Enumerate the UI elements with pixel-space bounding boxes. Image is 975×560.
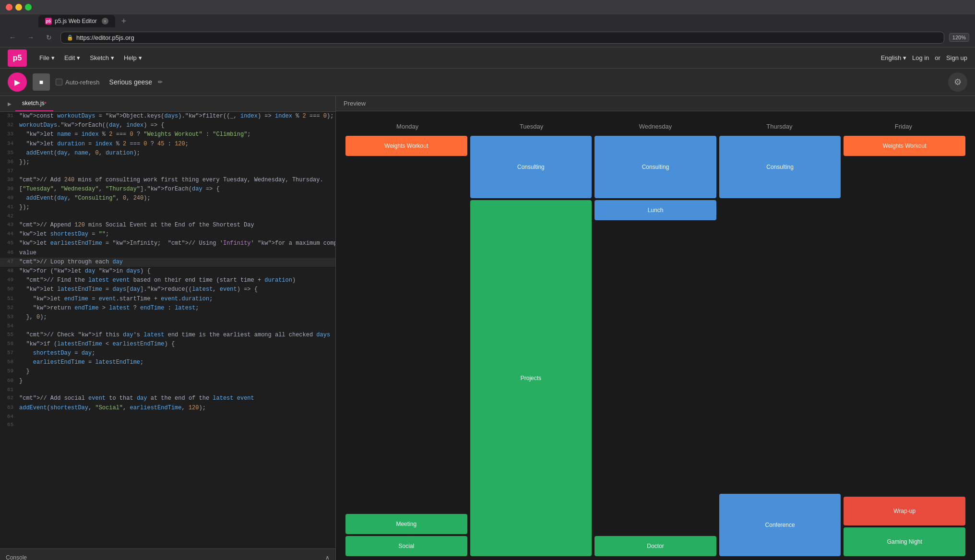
friday-column: Weights Workout Wrap-up Gaming Night: [844, 136, 965, 556]
calendar-visualization: Monday Tuesday Wednesday Thursday Friday…: [345, 121, 965, 556]
code-line-60: 60}: [0, 377, 335, 386]
close-button[interactable]: [6, 4, 12, 11]
code-line-52: 52 "kw">return endTime > latest ? endTim…: [0, 304, 335, 313]
sketch-menu[interactable]: Sketch ▾: [85, 51, 119, 64]
tab-favicon: p5: [45, 18, 52, 24]
edit-menu[interactable]: Edit ▾: [59, 51, 85, 64]
fullscreen-button[interactable]: [25, 4, 32, 11]
code-line-55: 55 "cmt">// Check "kw">if this day's lat…: [0, 331, 335, 340]
day-header-thursday: Thursday: [717, 121, 841, 132]
url-text: https://editor.p5js.org: [76, 34, 134, 41]
calendar-header: Monday Tuesday Wednesday Thursday Friday: [345, 121, 965, 132]
line-number: 38: [0, 176, 19, 185]
play-button[interactable]: ▶: [8, 72, 27, 92]
console-collapse-button[interactable]: ∧: [325, 554, 330, 560]
code-line-59: 59 }: [0, 367, 335, 376]
line-code: "kw">let shortestDay = "";: [19, 230, 335, 239]
line-code: addEvent(day, name, 0, duration);: [19, 149, 335, 158]
stop-button[interactable]: ■: [33, 73, 50, 91]
code-line-62: 62"cmt">// Add social event to that day …: [0, 394, 335, 403]
active-tab[interactable]: p5 p5.js Web Editor ×: [38, 15, 115, 27]
line-number: 61: [0, 386, 19, 394]
signup-link[interactable]: Sign up: [946, 54, 967, 61]
forward-button[interactable]: →: [24, 31, 37, 44]
line-code: "kw">let latestEndTime = days[day]."kw">…: [19, 285, 335, 294]
code-line-58: 58 earliestEndTime = latestEndTime;: [0, 358, 335, 367]
reload-button[interactable]: ↻: [42, 31, 56, 44]
line-code: [19, 421, 335, 429]
line-code: ["Tuesday", "Wednesday", "Thursday"]."kw…: [19, 185, 335, 194]
auto-refresh-toggle[interactable]: Auto-refresh: [56, 79, 100, 86]
line-code: "kw">let endTime = event.startTime + eve…: [19, 295, 335, 304]
back-button[interactable]: ←: [6, 31, 19, 44]
code-line-37: 37: [0, 167, 335, 176]
line-code: "cmt">// Append 120 mins Social Event at…: [19, 221, 335, 230]
line-code: }: [19, 367, 335, 376]
monday-column: Weights Workout Meeting Social: [345, 136, 467, 556]
code-line-43: 43"cmt">// Append 120 mins Social Event …: [0, 221, 335, 230]
line-code: "kw">return endTime > latest ? endTime :…: [19, 304, 335, 313]
preview-canvas: Monday Tuesday Wednesday Thursday Friday…: [336, 111, 975, 560]
login-link[interactable]: Log in: [912, 54, 929, 61]
code-line-61: 61: [0, 386, 335, 394]
browser-chrome: p5 p5.js Web Editor × + ← → ↻ 🔒 https://…: [0, 0, 975, 48]
code-line-49: 49 "cmt">// Find the latest event based …: [0, 276, 335, 285]
code-editor[interactable]: 31"kw">const workoutDays = "kw">Object.k…: [0, 112, 335, 548]
code-line-33: 33 "kw">let name = index % 2 === 0 ? "We…: [0, 130, 335, 139]
line-code: earliestEndTime = latestEndTime;: [19, 358, 335, 367]
line-code: addEvent(day, "Consulting", 0, 240);: [19, 194, 335, 203]
monday-event-meeting: Meeting: [345, 514, 467, 534]
line-code: "cmt">// Add 240 mins of consulting work…: [19, 176, 335, 185]
url-bar[interactable]: 🔒 https://editor.p5js.org: [60, 32, 944, 44]
language-selector[interactable]: English ▾: [881, 54, 906, 61]
line-code: "kw">let earliestEndTime = "kw">Infinity…: [19, 239, 335, 248]
friday-event-wrapup: Wrap-up: [844, 497, 965, 525]
file-menu[interactable]: File ▾: [35, 51, 59, 64]
auto-refresh-label: Auto-refresh: [65, 79, 100, 86]
or-text: or: [935, 54, 940, 61]
day-header-monday: Monday: [345, 121, 469, 132]
line-code: [19, 167, 335, 176]
auto-refresh-checkbox[interactable]: [56, 79, 62, 85]
line-number: 60: [0, 377, 19, 386]
code-line-44: 44"kw">let shortestDay = "";: [0, 230, 335, 239]
line-number: 57: [0, 349, 19, 358]
line-number: 36: [0, 158, 19, 167]
preview-panel: Preview Monday Tuesday Wednesday Thursda…: [336, 96, 975, 560]
line-number: 39: [0, 185, 19, 194]
line-number: 43: [0, 221, 19, 230]
minimize-button[interactable]: [15, 4, 22, 11]
line-number: 62: [0, 394, 19, 403]
code-line-45: 45"kw">let earliestEndTime = "kw">Infini…: [0, 239, 335, 248]
line-number: 64: [0, 413, 19, 421]
code-line-39: 39["Tuesday", "Wednesday", "Thursday"]."…: [0, 185, 335, 194]
settings-button[interactable]: ⚙: [948, 72, 967, 92]
day-header-friday: Friday: [842, 121, 965, 132]
line-code: workoutDays."kw">forEach((day, index) =>…: [19, 121, 335, 130]
line-number: 65: [0, 421, 19, 429]
tab-close-button[interactable]: ×: [102, 18, 108, 24]
help-menu[interactable]: Help ▾: [119, 51, 147, 64]
code-line-34: 34 "kw">let duration = index % 2 === 0 ?…: [0, 140, 335, 149]
line-code: "kw">for ("kw">let day "kw">in days) {: [19, 267, 335, 276]
line-number: 40: [0, 194, 19, 203]
line-code: "cmt">// Add social event to that day at…: [19, 394, 335, 403]
new-tab-button[interactable]: +: [117, 14, 131, 28]
line-code: "kw">let duration = index % 2 === 0 ? 45…: [19, 140, 335, 149]
sketch-name: Serious geese: [109, 78, 153, 86]
line-code: "cmt">// Find the latest event based on …: [19, 276, 335, 285]
line-number: 42: [0, 212, 19, 221]
line-number: 50: [0, 285, 19, 294]
code-line-51: 51 "kw">let endTime = event.startTime + …: [0, 295, 335, 304]
line-number: 58: [0, 358, 19, 367]
editor-panel: ▶ sketch.js• 31"kw">const workoutDays = …: [0, 96, 336, 560]
editor-tab-sketch[interactable]: sketch.js•: [15, 96, 53, 111]
line-code: [19, 212, 335, 221]
traffic-lights: [6, 4, 32, 11]
address-bar: ← → ↻ 🔒 https://editor.p5js.org 120%: [0, 28, 975, 47]
toolbar: ▶ ■ Auto-refresh Serious geese ✏ ⚙: [0, 69, 975, 96]
tab-bar: p5 p5.js Web Editor × +: [0, 14, 975, 28]
thursday-event-consulting: Consulting: [719, 136, 841, 198]
edit-sketch-name-icon[interactable]: ✏: [158, 79, 163, 85]
sidebar-expand-button[interactable]: ▶: [4, 98, 15, 109]
